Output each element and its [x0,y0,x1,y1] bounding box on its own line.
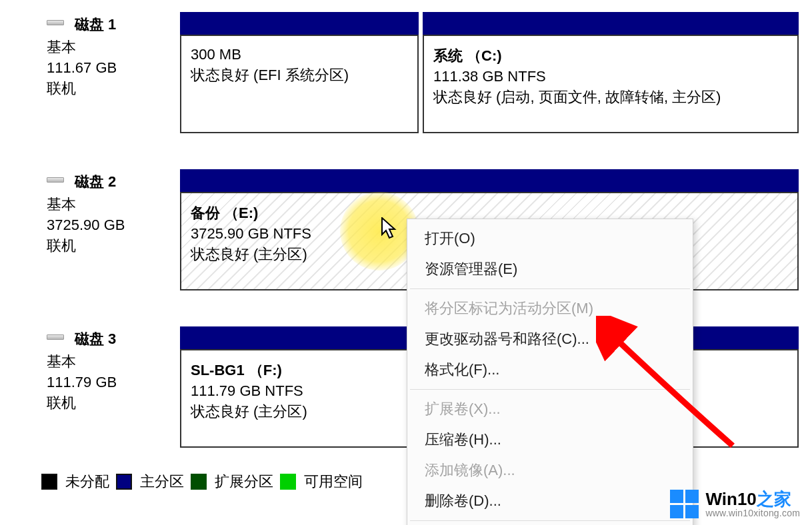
disk-name: 磁盘 2 [75,172,180,192]
disk-name: 磁盘 3 [75,329,180,349]
disk-info-3[interactable]: 磁盘 3 基本 111.79 GB 联机 [0,314,180,460]
disk-row-1: 磁盘 1 基本 111.67 GB 联机 300 MB 状态良好 (EFI 系统… [0,0,812,145]
legend-swatch-unallocated [41,474,57,490]
context-menu: 打开(O) 资源管理器(E) 将分区标记为活动分区(M) 更改驱动器号和路径(C… [407,219,693,525]
brand-title-a: Win10 [705,489,756,509]
partition-size: 111.38 GB NTFS [433,68,788,85]
legend-swatch-extended [191,474,207,490]
legend-label: 可用空间 [304,472,363,492]
partition-size: 300 MB [191,46,408,63]
partition-title: 系统 （C:) [433,46,788,66]
disk-drive-icon [47,177,64,183]
disk-name: 磁盘 1 [75,15,180,35]
menu-format[interactable]: 格式化(F)... [407,354,693,385]
disk-size: 111.79 GB [47,374,180,391]
menu-shrink-volume[interactable]: 压缩卷(H)... [407,424,693,455]
disk-info-1[interactable]: 磁盘 1 基本 111.67 GB 联机 [0,0,180,145]
menu-separator [410,520,690,521]
windows-logo-icon [670,490,699,518]
partition-status: 状态良好 (启动, 页面文件, 故障转储, 主分区) [433,87,788,107]
partition-header-bar [423,12,799,35]
legend-label: 未分配 [65,472,109,492]
legend-swatch-primary [116,474,132,490]
menu-explorer[interactable]: 资源管理器(E) [407,254,693,284]
disk-status: 联机 [47,236,180,256]
partitions-disk1: 300 MB 状态良好 (EFI 系统分区) 系统 （C:) 111.38 GB… [180,0,812,145]
legend-label: 扩展分区 [215,472,273,492]
legend-swatch-free [280,474,296,490]
partition-box: 系统 （C:) 111.38 GB NTFS 状态良好 (启动, 页面文件, 故… [423,35,799,133]
disk-drive-icon [47,20,64,25]
disk-type: 基本 [47,195,180,215]
partition-efi[interactable]: 300 MB 状态良好 (EFI 系统分区) [180,12,419,133]
watermark-text: Win10之家 www.win10xitong.com [705,490,800,518]
partition-box: 300 MB 状态良好 (EFI 系统分区) [180,35,419,133]
legend-label: 主分区 [140,472,184,492]
partition-status: 状态良好 (EFI 系统分区) [191,65,408,85]
menu-mark-active: 将分区标记为活动分区(M) [407,293,693,324]
disk-type: 基本 [47,37,180,57]
brand-url: www.win10xitong.com [705,508,800,518]
menu-open[interactable]: 打开(O) [407,223,693,254]
menu-delete-volume[interactable]: 删除卷(D)... [407,486,693,516]
partition-c[interactable]: 系统 （C:) 111.38 GB NTFS 状态良好 (启动, 页面文件, 故… [423,12,799,133]
disk-info-2[interactable]: 磁盘 2 基本 3725.90 GB 联机 [0,157,180,302]
disk-status: 联机 [47,79,180,99]
disk-type: 基本 [47,352,180,372]
disk-size: 111.67 GB [47,59,180,77]
disk-size: 3725.90 GB [47,217,180,234]
disk-status: 联机 [47,393,180,413]
watermark: Win10之家 www.win10xitong.com [670,490,800,518]
menu-change-drive-letter[interactable]: 更改驱动器号和路径(C)... [407,324,693,354]
partition-header-bar [180,12,419,35]
menu-extend-volume: 扩展卷(X)... [407,394,693,424]
brand-title-b: 之家 [757,489,791,509]
partition-header-bar [180,169,799,192]
menu-separator [410,389,690,390]
menu-separator [410,288,690,289]
disk-drive-icon [47,334,64,340]
menu-add-mirror: 添加镜像(A)... [407,455,693,486]
